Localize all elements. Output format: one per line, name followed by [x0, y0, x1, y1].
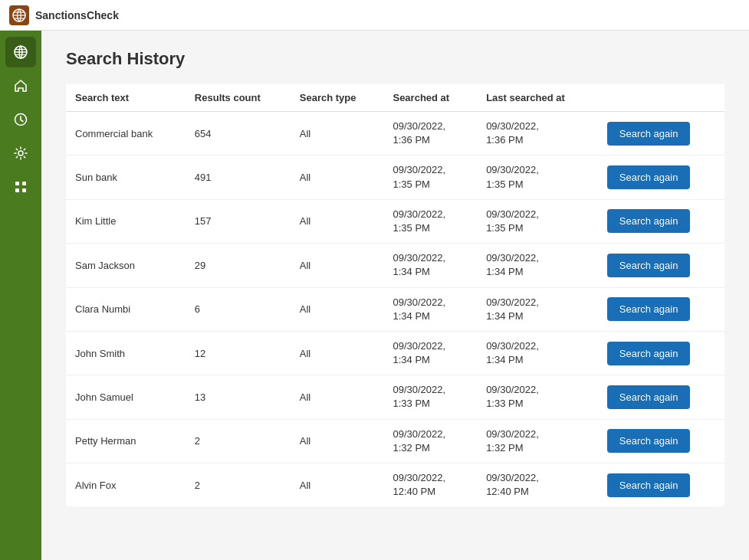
results-count-cell: 654: [186, 112, 291, 156]
results-count-cell: 2: [186, 463, 291, 507]
searched-at-cell: 09/30/2022,1:36 PM: [383, 112, 477, 156]
last-searched-at-cell: 09/30/2022,1:32 PM: [477, 419, 598, 463]
action-cell: Search again: [598, 287, 724, 331]
sidebar-item-settings[interactable]: [5, 138, 36, 169]
results-count-cell: 2: [186, 419, 291, 463]
table-row: Kim Little157All09/30/2022,1:35 PM09/30/…: [66, 199, 724, 243]
searched-at-cell: 09/30/2022,12:40 PM: [383, 463, 477, 507]
last-searched-at-cell: 09/30/2022,1:34 PM: [477, 287, 598, 331]
search-again-button[interactable]: Search again: [607, 342, 691, 365]
svg-rect-4: [15, 182, 19, 185]
search-type-cell: All: [291, 156, 384, 199]
table-row: Sun bank491All09/30/2022,1:35 PM09/30/20…: [66, 156, 724, 199]
table-row: Alvin Fox2All09/30/2022,12:40 PM09/30/20…: [66, 463, 724, 507]
action-cell: Search again: [598, 199, 724, 243]
action-cell: Search again: [598, 419, 724, 463]
search-text-cell[interactable]: Commercial bank: [66, 112, 186, 156]
col-search-type: Search type: [291, 84, 384, 112]
table-row: Commercial bank654All09/30/2022,1:36 PM0…: [66, 112, 724, 156]
table-header: Search text Results count Search type Se…: [66, 84, 724, 112]
search-again-button[interactable]: Search again: [607, 473, 691, 497]
table-row: Clara Numbi6All09/30/2022,1:34 PM09/30/2…: [66, 287, 724, 331]
searched-at-cell: 09/30/2022,1:33 PM: [383, 375, 477, 419]
search-again-button[interactable]: Search again: [607, 209, 691, 233]
results-count-cell: 491: [186, 156, 291, 199]
last-searched-at-cell: 09/30/2022,1:35 PM: [477, 156, 598, 199]
search-type-cell: All: [291, 287, 384, 331]
app-name: SanctionsCheck: [35, 9, 119, 21]
search-text-cell[interactable]: Clara Numbi: [66, 287, 186, 331]
results-count-cell: 13: [186, 375, 291, 419]
search-type-cell: All: [291, 419, 384, 463]
search-type-cell: All: [291, 375, 384, 419]
sidebar-item-globe[interactable]: [5, 37, 36, 67]
search-text-cell[interactable]: John Samuel: [66, 375, 186, 419]
searched-at-cell: 09/30/2022,1:32 PM: [383, 419, 477, 463]
svg-rect-7: [22, 188, 26, 192]
action-cell: Search again: [598, 244, 724, 287]
last-searched-at-cell: 09/30/2022,1:33 PM: [477, 375, 598, 419]
table-row: John Samuel13All09/30/2022,1:33 PM09/30/…: [66, 375, 724, 419]
last-searched-at-cell: 09/30/2022,1:36 PM: [477, 112, 598, 156]
sidebar: [0, 31, 41, 560]
layout: Search History Search text Results count…: [0, 31, 749, 560]
action-cell: Search again: [598, 331, 724, 375]
last-searched-at-cell: 09/30/2022,1:34 PM: [477, 244, 598, 287]
last-searched-at-cell: 09/30/2022,12:40 PM: [477, 463, 598, 507]
action-cell: Search again: [598, 156, 724, 199]
topbar: SanctionsCheck: [0, 0, 749, 31]
table-row: Sam Jackson29All09/30/2022,1:34 PM09/30/…: [66, 244, 724, 287]
results-count-cell: 6: [186, 287, 291, 331]
search-text-cell[interactable]: Sun bank: [66, 156, 186, 199]
last-searched-at-cell: 09/30/2022,1:35 PM: [477, 199, 598, 243]
col-last-searched-at: Last searched at: [477, 84, 598, 112]
search-text-cell[interactable]: Kim Little: [66, 199, 186, 243]
col-action: [598, 84, 724, 112]
search-type-cell: All: [291, 331, 384, 375]
action-cell: Search again: [598, 463, 724, 507]
search-text-cell[interactable]: Sam Jackson: [66, 244, 186, 287]
page-title: Search History: [66, 49, 724, 69]
searched-at-cell: 09/30/2022,1:34 PM: [383, 287, 477, 331]
search-again-button[interactable]: Search again: [607, 254, 691, 277]
col-results-count: Results count: [186, 84, 291, 112]
search-again-button[interactable]: Search again: [607, 429, 691, 453]
col-searched-at: Searched at: [383, 84, 477, 112]
sidebar-item-apps[interactable]: [5, 172, 36, 202]
search-again-button[interactable]: Search again: [607, 122, 691, 146]
results-count-cell: 29: [186, 244, 291, 287]
search-again-button[interactable]: Search again: [607, 297, 691, 321]
table-row: Petty Herman2All09/30/2022,1:32 PM09/30/…: [66, 419, 724, 463]
table-body: Commercial bank654All09/30/2022,1:36 PM0…: [66, 112, 724, 507]
search-again-button[interactable]: Search again: [607, 385, 691, 409]
search-text-cell[interactable]: John Smith: [66, 331, 186, 375]
search-type-cell: All: [291, 244, 384, 287]
table-row: John Smith12All09/30/2022,1:34 PM09/30/2…: [66, 331, 724, 375]
svg-rect-6: [15, 188, 19, 192]
searched-at-cell: 09/30/2022,1:35 PM: [383, 199, 477, 243]
app-logo: SanctionsCheck: [9, 5, 119, 25]
searched-at-cell: 09/30/2022,1:34 PM: [383, 244, 477, 287]
searched-at-cell: 09/30/2022,1:35 PM: [383, 156, 477, 199]
search-type-cell: All: [291, 199, 384, 243]
last-searched-at-cell: 09/30/2022,1:34 PM: [477, 331, 598, 375]
searched-at-cell: 09/30/2022,1:34 PM: [383, 331, 477, 375]
search-again-button[interactable]: Search again: [607, 165, 691, 189]
svg-point-3: [18, 151, 23, 156]
results-count-cell: 12: [186, 331, 291, 375]
search-text-cell[interactable]: Alvin Fox: [66, 463, 186, 507]
action-cell: Search again: [598, 112, 724, 156]
action-cell: Search again: [598, 375, 724, 419]
search-type-cell: All: [291, 463, 384, 507]
sidebar-item-history[interactable]: [5, 104, 36, 135]
search-history-table: Search text Results count Search type Se…: [66, 84, 724, 506]
results-count-cell: 157: [186, 199, 291, 243]
logo-icon: [9, 5, 29, 25]
search-type-cell: All: [291, 112, 384, 156]
col-search-text: Search text: [66, 84, 186, 112]
svg-rect-5: [22, 182, 26, 185]
search-text-cell[interactable]: Petty Herman: [66, 419, 186, 463]
sidebar-item-home[interactable]: [5, 70, 36, 101]
main-content: Search History Search text Results count…: [41, 31, 749, 560]
